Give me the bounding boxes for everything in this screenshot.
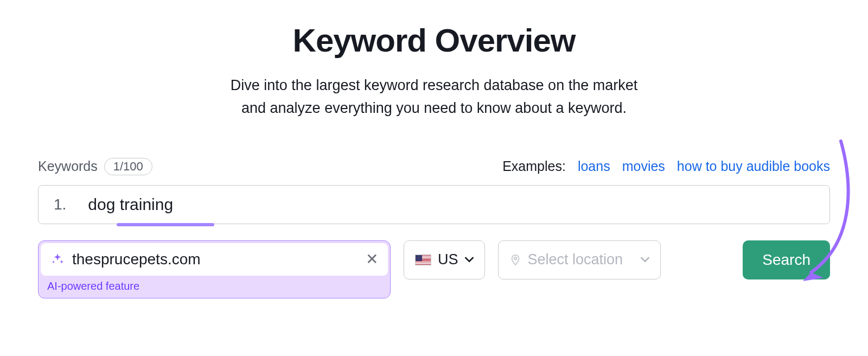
keyword-text: dog training <box>88 195 173 214</box>
keyword-input-row[interactable]: 1. dog training <box>38 185 830 224</box>
page-title: Keyword Overview <box>38 22 830 59</box>
keyword-index: 1. <box>54 196 66 213</box>
domain-input[interactable]: thesprucepets.com ✕ <box>41 243 388 276</box>
country-selector[interactable]: US <box>404 240 485 279</box>
clear-domain-button[interactable]: ✕ <box>366 252 378 267</box>
example-link-audible[interactable]: how to buy audible books <box>677 158 830 174</box>
domain-value: thesprucepets.com <box>72 251 358 268</box>
us-flag-icon <box>415 255 431 265</box>
location-selector[interactable]: Select location <box>498 240 661 279</box>
chevron-down-icon <box>641 257 649 263</box>
example-link-movies[interactable]: movies <box>622 158 665 174</box>
sparkle-icon <box>50 252 65 266</box>
search-button[interactable]: Search <box>743 240 830 279</box>
location-placeholder: Select location <box>528 251 623 268</box>
keywords-label: Keywords <box>38 158 98 174</box>
example-link-loans[interactable]: loans <box>578 158 610 174</box>
annotation-underline <box>117 223 214 226</box>
domain-ai-block: thesprucepets.com ✕ AI-powered feature <box>38 240 391 298</box>
examples-label: Examples: <box>502 158 566 174</box>
keywords-count-pill: 1/100 <box>104 158 152 175</box>
country-code: US <box>438 251 458 268</box>
ai-feature-label: AI-powered feature <box>41 276 388 296</box>
location-pin-icon <box>509 254 521 266</box>
page-subtitle: Dive into the largest keyword research d… <box>38 74 830 120</box>
chevron-down-icon <box>465 257 474 263</box>
svg-point-0 <box>514 257 516 260</box>
